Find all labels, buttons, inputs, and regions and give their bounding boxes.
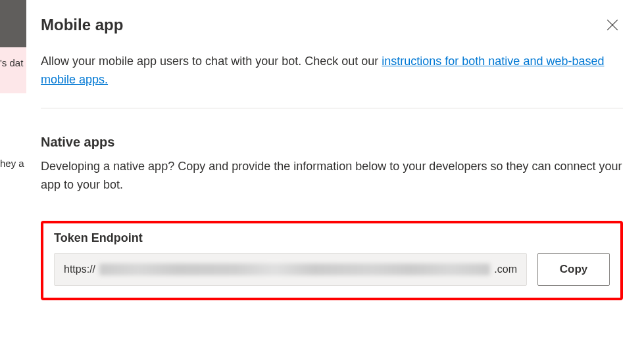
intro-text: Allow your mobile app users to chat with… [41, 53, 623, 89]
token-endpoint-field[interactable]: https:// .com [54, 253, 527, 286]
native-apps-title: Native apps [41, 135, 623, 150]
divider [41, 108, 623, 108]
close-icon [607, 19, 618, 31]
intro-prefix: Allow your mobile app users to chat with… [41, 55, 382, 68]
mobile-app-panel: Mobile app Allow your mobile app users t… [26, 0, 644, 343]
panel-title: Mobile app [41, 16, 123, 34]
token-endpoint-label: Token Endpoint [54, 231, 610, 245]
bg-text-fragment-1: 's dat [0, 57, 23, 68]
bg-top-bar [0, 0, 26, 47]
token-prefix: https:// [64, 263, 95, 275]
bg-text-fragment-2: hey a [0, 158, 24, 169]
token-redacted [99, 263, 490, 275]
token-row: https:// .com Copy [54, 253, 610, 286]
token-suffix: .com [494, 263, 517, 275]
close-button[interactable] [602, 14, 623, 35]
bg-pink-banner [0, 47, 26, 93]
copy-button[interactable]: Copy [537, 253, 610, 286]
native-apps-desc: Developing a native app? Copy and provid… [41, 158, 623, 194]
background-obscured: 's dat hey a [0, 0, 26, 343]
token-endpoint-block: Token Endpoint https:// .com Copy [41, 221, 623, 300]
panel-header: Mobile app [41, 14, 623, 35]
